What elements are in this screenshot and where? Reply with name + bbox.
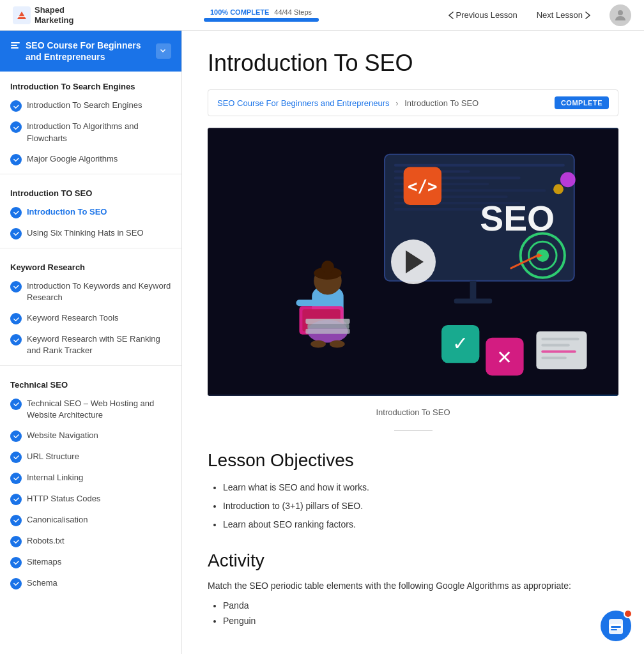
svg-point-33 bbox=[321, 261, 334, 273]
sidebar-item-web-hosting[interactable]: Technical SEO – Web Hosting and Website … bbox=[0, 393, 181, 425]
play-triangle-icon bbox=[406, 250, 424, 273]
content-area: Introduction To SEO SEO Course For Begin… bbox=[182, 31, 644, 654]
list-item: Learn about SEO ranking factors. bbox=[223, 518, 618, 531]
svg-text:✓: ✓ bbox=[452, 333, 468, 354]
sidebar: SEO Course For Beginners and Entrepreneu… bbox=[0, 31, 182, 654]
sidebar-item-keyword-tools[interactable]: Keyword Research Tools bbox=[0, 308, 181, 329]
sidebar-header: SEO Course For Beginners and Entrepreneu… bbox=[0, 31, 181, 72]
video-divider bbox=[394, 430, 433, 431]
check-icon bbox=[10, 399, 22, 410]
svg-point-38 bbox=[310, 340, 326, 348]
check-icon bbox=[10, 207, 22, 218]
sidebar-item-sitemaps[interactable]: Sitemaps bbox=[0, 552, 181, 573]
next-lesson-button[interactable]: Next Lesson bbox=[537, 10, 590, 20]
prev-lesson-button[interactable]: Previous Lesson bbox=[448, 10, 518, 20]
check-icon bbox=[10, 281, 22, 293]
avatar[interactable] bbox=[610, 4, 631, 26]
check-icon bbox=[10, 313, 22, 324]
svg-text:SEO: SEO bbox=[480, 199, 555, 238]
section-header-intro-seo: Introduction TO SEO bbox=[0, 178, 181, 202]
check-icon bbox=[10, 100, 22, 112]
svg-text:✕: ✕ bbox=[496, 347, 512, 368]
top-bar: Shaped Marketing 100% COMPLETE 44/44 Ste… bbox=[0, 0, 644, 31]
svg-text:</>: </> bbox=[408, 177, 437, 196]
sidebar-item-url-structure[interactable]: URL Structure bbox=[0, 446, 181, 468]
list-item: Introduction to (3+1) pillars of SEO. bbox=[223, 499, 618, 513]
check-icon bbox=[10, 494, 22, 505]
svg-rect-42 bbox=[305, 329, 349, 334]
check-icon bbox=[10, 578, 22, 589]
sidebar-item-intro-seo[interactable]: Introduction To SEO bbox=[0, 202, 181, 223]
progress-section: 100% COMPLETE 44/44 Steps bbox=[204, 8, 319, 22]
logo-icon bbox=[13, 6, 31, 24]
course-icon bbox=[10, 41, 20, 53]
list-item: Learn what is SEO and how it works. bbox=[223, 481, 618, 494]
check-icon bbox=[10, 334, 22, 346]
page-title: Introduction To SEO bbox=[208, 50, 618, 77]
chat-notification-badge bbox=[624, 609, 632, 618]
sidebar-course-title: SEO Course For Beginners and Entrepreneu… bbox=[26, 40, 156, 63]
sidebar-item-canonicalisation[interactable]: Canonicalisation bbox=[0, 510, 181, 531]
section-header-intro-search: Introduction To Search Engines bbox=[0, 72, 181, 95]
svg-rect-9 bbox=[394, 164, 565, 167]
svg-rect-18 bbox=[454, 298, 492, 303]
complete-badge: COMPLETE bbox=[555, 96, 609, 109]
svg-rect-3 bbox=[11, 42, 20, 43]
svg-rect-34 bbox=[296, 300, 318, 306]
video-thumbnail[interactable]: </> SEO bbox=[208, 128, 618, 396]
top-bar-left: Shaped Marketing bbox=[13, 5, 73, 25]
activity-desc: Match the SEO periodic table elements wi… bbox=[208, 579, 618, 593]
progress-bar bbox=[204, 18, 319, 22]
section-header-keyword-research: Keyword Research bbox=[0, 252, 181, 276]
activity-title: Activity bbox=[208, 551, 618, 571]
svg-rect-50 bbox=[541, 350, 576, 353]
activity-list: Panda Penguin bbox=[208, 600, 618, 626]
check-icon bbox=[10, 452, 22, 463]
svg-rect-55 bbox=[611, 629, 617, 630]
objectives-list: Learn what is SEO and how it works. Intr… bbox=[208, 481, 618, 531]
svg-marker-0 bbox=[17, 11, 26, 19]
sidebar-item-internal-linking[interactable]: Internal Linking bbox=[0, 468, 181, 489]
svg-point-28 bbox=[553, 184, 564, 194]
chat-widget-button[interactable] bbox=[601, 611, 631, 641]
breadcrumb-lesson: Introduction To SEO bbox=[404, 98, 479, 108]
section-header-technical-seo: Technical SEO bbox=[0, 370, 181, 393]
progress-steps: 44/44 Steps bbox=[274, 8, 312, 16]
sidebar-toggle-button[interactable] bbox=[156, 43, 171, 59]
sidebar-item-keyword-se-ranking[interactable]: Keyword Research with SE Ranking and Ran… bbox=[0, 329, 181, 361]
check-icon bbox=[10, 557, 22, 568]
breadcrumb: SEO Course For Beginners and Entrepreneu… bbox=[217, 98, 479, 108]
svg-rect-17 bbox=[470, 281, 477, 300]
sidebar-item-robots-txt[interactable]: Robots.txt bbox=[0, 531, 181, 552]
svg-rect-51 bbox=[541, 356, 567, 359]
sidebar-item-intro-search-engines[interactable]: Introduction To Search Engines bbox=[0, 95, 181, 116]
svg-rect-41 bbox=[307, 324, 349, 329]
check-icon bbox=[10, 154, 22, 165]
video-container: </> SEO bbox=[208, 128, 618, 396]
sidebar-item-schema[interactable]: Schema bbox=[0, 573, 181, 594]
svg-rect-48 bbox=[541, 338, 579, 340]
top-bar-nav: Previous Lesson Next Lesson bbox=[448, 4, 631, 26]
sidebar-item-keywords-intro[interactable]: Introduction To Keywords and Keyword Res… bbox=[0, 276, 181, 308]
progress-label: 100% COMPLETE bbox=[210, 8, 269, 16]
check-icon bbox=[10, 473, 22, 484]
play-button[interactable] bbox=[391, 240, 436, 284]
sidebar-item-website-navigation[interactable]: Website Navigation bbox=[0, 425, 181, 446]
sidebar-item-thinking-hats[interactable]: Using Six Thinking Hats in SEO bbox=[0, 223, 181, 244]
check-icon bbox=[10, 430, 22, 442]
main-layout: SEO Course For Beginners and Entrepreneu… bbox=[0, 31, 644, 654]
breadcrumb-course-link[interactable]: SEO Course For Beginners and Entrepreneu… bbox=[217, 98, 390, 108]
list-item: Panda bbox=[223, 600, 618, 611]
svg-rect-54 bbox=[611, 626, 621, 628]
breadcrumb-bar: SEO Course For Beginners and Entrepreneu… bbox=[208, 89, 618, 116]
svg-rect-4 bbox=[11, 45, 17, 46]
progress-bar-fill bbox=[204, 18, 319, 22]
sidebar-item-http-status[interactable]: HTTP Status Codes bbox=[0, 489, 181, 510]
sidebar-item-major-google-algorithms[interactable]: Major Google Algorithms bbox=[0, 149, 181, 170]
sidebar-item-algorithms-flowcharts[interactable]: Introduction To Algorithms and Flowchart… bbox=[0, 116, 181, 148]
list-item: Penguin bbox=[223, 616, 618, 626]
svg-point-2 bbox=[618, 10, 623, 15]
logo: Shaped Marketing bbox=[13, 5, 73, 25]
svg-rect-5 bbox=[11, 47, 19, 49]
check-icon bbox=[10, 228, 22, 240]
